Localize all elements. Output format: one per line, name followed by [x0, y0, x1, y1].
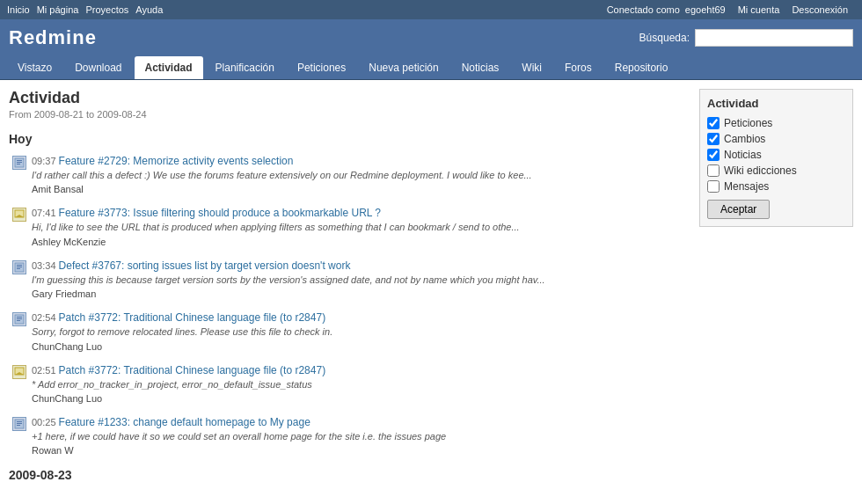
day-header: Hoy	[9, 132, 689, 146]
svg-rect-6	[17, 267, 22, 267]
svg-rect-2	[17, 160, 22, 161]
tab-vistazo[interactable]: Vistazo	[7, 56, 62, 79]
activity-body: 00:25 Feature #1233: change default home…	[32, 416, 689, 456]
sidebar-title: Actividad	[707, 97, 845, 110]
tab-peticiones[interactable]: Peticiones	[287, 56, 356, 79]
svg-rect-17	[17, 425, 20, 426]
sidebar-checkbox-row: Noticias	[707, 149, 845, 161]
sidebar-checkbox-label: Wiki edicciones	[724, 164, 797, 177]
activity-author: Ashley McKenzie	[32, 237, 689, 247]
activity-title-line: 00:25 Feature #1233: change default home…	[32, 416, 689, 428]
search-input[interactable]	[695, 29, 853, 47]
tab-wiki[interactable]: Wiki	[511, 56, 552, 79]
activity-item: 03:34 Defect #3767: sorting issues list …	[9, 259, 689, 299]
activity-item: 07:41 Feature #3773: Issue filtering sho…	[9, 207, 689, 246]
activity-title-line: 07:41 Feature #3773: Issue filtering sho…	[32, 207, 689, 219]
svg-rect-1	[17, 162, 22, 163]
logo: Redmine	[9, 26, 97, 49]
activity-days: Hoy09:37 Feature #2729: Memorize activit…	[9, 132, 689, 482]
sidebar: Actividad PeticionesCambiosNoticiasWiki …	[699, 89, 853, 491]
activity-link[interactable]: Patch #3772: Traditional Chinese languag…	[59, 311, 326, 324]
issue-icon	[12, 417, 26, 431]
sidebar-checkbox-noticias[interactable]	[707, 149, 720, 161]
activity-time: 02:51	[32, 365, 59, 376]
activity-item: 00:25 Feature #1233: change default home…	[9, 416, 689, 456]
activity-link[interactable]: Feature #1233: change default homepage t…	[59, 416, 310, 428]
note-icon	[12, 365, 26, 379]
tab-actividad[interactable]: Actividad	[135, 56, 203, 79]
nav-mi-pagina[interactable]: Mi página	[37, 4, 79, 15]
activity-title-line: 02:51 Patch #3772: Traditional Chinese l…	[32, 364, 689, 376]
date-range: From 2009-08-21 to 2009-08-24	[9, 109, 689, 120]
sidebar-checkboxes: PeticionesCambiosNoticiasWiki edicciones…	[707, 117, 845, 193]
issue-icon	[12, 260, 26, 274]
activity-link[interactable]: Patch #3772: Traditional Chinese languag…	[59, 364, 326, 376]
sidebar-checkbox-label: Noticias	[724, 149, 762, 161]
tab-planificación[interactable]: Planificación	[205, 56, 285, 79]
activity-body: 02:51 Patch #3772: Traditional Chinese l…	[32, 364, 689, 404]
activity-link[interactable]: Feature #2729: Memorize activity events …	[59, 155, 294, 167]
activity-author: Amit Bansal	[32, 184, 689, 194]
note-icon	[12, 208, 26, 222]
main-layout: Actividad From 2009-08-21 to 2009-08-24 …	[0, 80, 862, 500]
desconexion-link[interactable]: Desconexión	[792, 4, 848, 15]
nav-ayuda[interactable]: Ayuda	[135, 4, 163, 15]
svg-rect-7	[17, 265, 22, 266]
svg-rect-16	[17, 421, 22, 422]
tabs-bar: VistazoDownloadActividadPlanificaciónPet…	[0, 56, 862, 80]
tab-download[interactable]: Download	[64, 56, 132, 79]
activity-time: 02:54	[32, 312, 59, 323]
sidebar-checkbox-peticiones[interactable]	[707, 117, 720, 129]
day-header: 2009-08-23	[9, 468, 689, 482]
top-navigation: InicioMi páginaProyectosAyuda Conectado …	[0, 0, 862, 19]
header: Redmine Búsqueda:	[0, 19, 862, 56]
mi-cuenta-link[interactable]: Mi cuenta	[738, 4, 780, 15]
sidebar-checkbox-row: Peticiones	[707, 117, 845, 129]
nav-proyectos[interactable]: Proyectos	[85, 4, 128, 15]
activity-author: ChunChang Luo	[32, 341, 689, 352]
activity-body: 07:41 Feature #3773: Issue filtering sho…	[32, 207, 689, 246]
activity-item: 02:51 Patch #3772: Traditional Chinese l…	[9, 364, 689, 404]
sidebar-checkbox-row: Cambios	[707, 133, 845, 145]
activity-desc: * Add error_no_tracker_in_project, error…	[32, 378, 689, 391]
svg-rect-11	[17, 317, 22, 318]
sidebar-checkbox-label: Peticiones	[724, 117, 772, 129]
sidebar-checkbox-label: Cambios	[724, 133, 765, 145]
sidebar-checkbox-wiki-edicciones[interactable]	[707, 164, 720, 177]
day-group: 2009-08-23	[9, 468, 689, 482]
activity-desc: Sorry, forgot to remove relocated lines.…	[32, 325, 689, 339]
activity-author: Rowan W	[32, 445, 689, 456]
activity-desc: I'm guessing this is because target vers…	[32, 274, 689, 287]
connected-as-label: Conectado como	[607, 4, 680, 15]
activity-desc: I'd rather call this a defect :) We use …	[32, 169, 689, 182]
svg-rect-12	[17, 320, 20, 321]
sidebar-checkbox-cambios[interactable]	[707, 133, 720, 145]
sidebar-checkbox-mensajes[interactable]	[707, 180, 720, 193]
nav-inicio[interactable]: Inicio	[7, 4, 30, 15]
svg-rect-15	[17, 423, 22, 424]
top-nav-left: InicioMi páginaProyectosAyuda	[7, 4, 170, 16]
tab-nueva-petición[interactable]: Nueva petición	[358, 56, 449, 79]
sidebar-checkbox-label: Mensajes	[724, 180, 769, 193]
content-area: Actividad From 2009-08-21 to 2009-08-24 …	[9, 89, 689, 491]
activity-time: 03:34	[32, 260, 59, 271]
activity-time: 00:25	[32, 417, 59, 427]
activity-author: ChunChang Luo	[32, 393, 689, 404]
activity-desc: Hi, I'd like to see the URL that is prod…	[32, 221, 689, 234]
day-group: Hoy09:37 Feature #2729: Memorize activit…	[9, 132, 689, 456]
activity-link[interactable]: Feature #3773: Issue filtering should pr…	[59, 207, 381, 219]
issue-icon	[12, 156, 26, 170]
aceptar-button[interactable]: Aceptar	[707, 200, 770, 219]
activity-item: 02:54 Patch #3772: Traditional Chinese l…	[9, 311, 689, 351]
sidebar-checkbox-row: Wiki edicciones	[707, 164, 845, 177]
activity-body: 02:54 Patch #3772: Traditional Chinese l…	[32, 311, 689, 351]
activity-title-line: 09:37 Feature #2729: Memorize activity e…	[32, 155, 689, 167]
tab-foros[interactable]: Foros	[554, 56, 603, 79]
username-link[interactable]: egoeht69	[685, 4, 726, 15]
activity-time: 07:41	[32, 208, 59, 218]
activity-title-line: 03:34 Defect #3767: sorting issues list …	[32, 259, 689, 272]
activity-body: 03:34 Defect #3767: sorting issues list …	[32, 259, 689, 299]
tab-repositorio[interactable]: Repositorio	[604, 56, 679, 79]
tab-noticias[interactable]: Noticias	[451, 56, 510, 79]
activity-link[interactable]: Defect #3767: sorting issues list by tar…	[59, 259, 351, 272]
